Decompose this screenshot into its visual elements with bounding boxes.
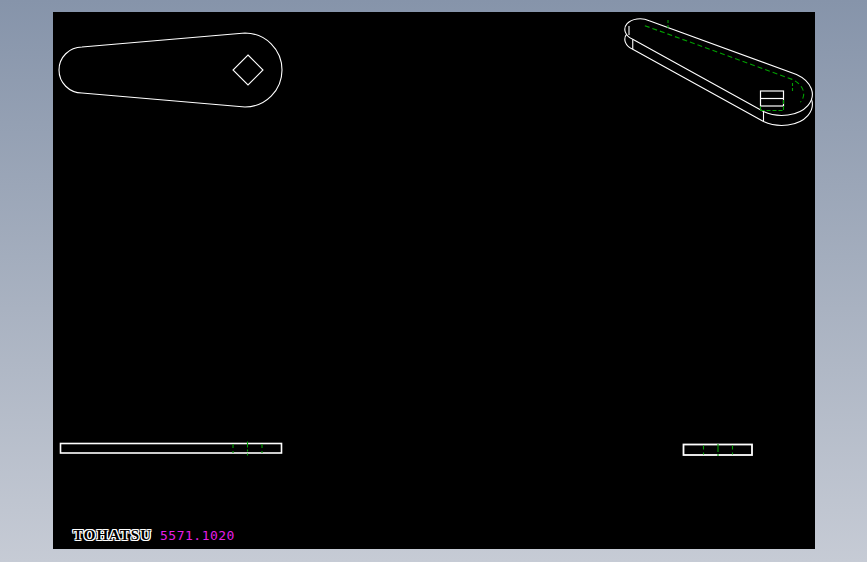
part-number: 5571.1020 [160, 528, 235, 543]
app-window: { "window": { "bg_gradient_top": "#8694a… [0, 0, 867, 562]
drawing-canvas[interactable] [53, 12, 815, 549]
brand-logo: TOHATSU [73, 527, 152, 544]
cad-viewport [0, 0, 867, 562]
